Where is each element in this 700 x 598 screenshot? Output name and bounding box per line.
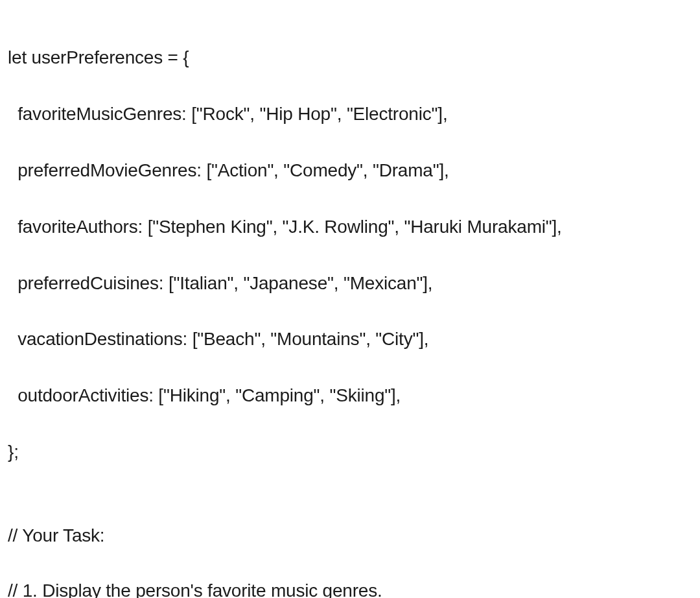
task-header: // Your Task: [8, 521, 684, 549]
code-line: preferredMovieGenres: ["Action", "Comedy… [8, 156, 684, 184]
code-line: vacationDestinations: ["Beach", "Mountai… [8, 325, 684, 353]
code-line: outdoorActivities: ["Hiking", "Camping",… [8, 381, 684, 409]
code-line: favoriteAuthors: ["Stephen King", "J.K. … [8, 213, 684, 241]
code-line: favoriteMusicGenres: ["Rock", "Hip Hop",… [8, 100, 684, 128]
code-line: }; [8, 438, 684, 466]
blank-line [8, 494, 684, 521]
blank-line [8, 549, 684, 577]
task-item: // 1. Display the person's favorite musi… [8, 577, 684, 598]
code-line: preferredCuisines: ["Italian", "Japanese… [8, 269, 684, 297]
task-list: // 1. Display the person's favorite musi… [8, 577, 684, 598]
code-line: let userPreferences = { [8, 43, 684, 71]
code-snippet: let userPreferences = { favoriteMusicGen… [8, 16, 684, 494]
